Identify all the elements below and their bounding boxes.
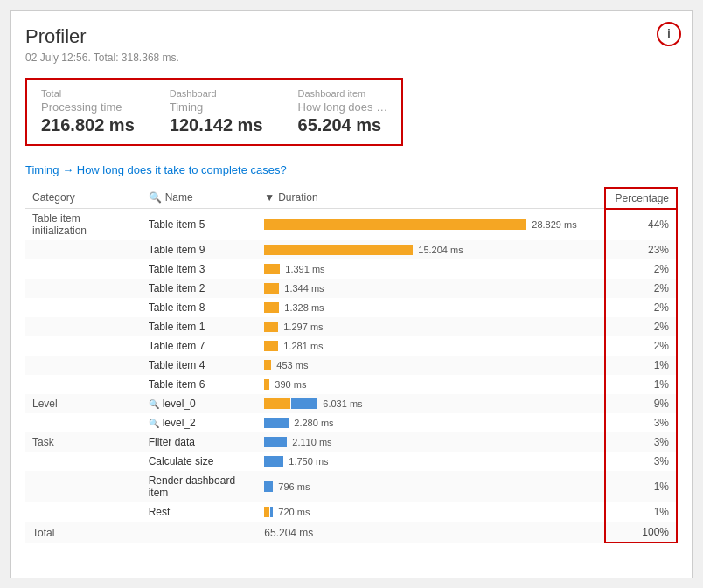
cell-category bbox=[25, 356, 142, 375]
cell-category bbox=[25, 279, 142, 298]
bar-container: 453 ms bbox=[264, 359, 597, 371]
duration-label: 15.204 ms bbox=[418, 245, 463, 255]
cell-duration: 796 ms bbox=[257, 471, 605, 502]
cell-duration: 28.829 ms bbox=[257, 209, 605, 241]
cell-category bbox=[25, 259, 142, 279]
cell-percentage: 3% bbox=[605, 413, 677, 432]
bar-blue bbox=[264, 456, 283, 467]
bar-blue bbox=[264, 481, 273, 492]
cell-category bbox=[25, 413, 142, 432]
cell-category bbox=[25, 452, 142, 471]
table-row: Table item 4453 ms1% bbox=[25, 356, 677, 375]
bar-container: 1.281 ms bbox=[264, 340, 597, 352]
cell-category bbox=[25, 375, 142, 394]
metric-total: Total Processing time 216.802 ms bbox=[41, 88, 135, 135]
cell-percentage: 9% bbox=[605, 394, 677, 413]
cell-duration: 1.750 ms bbox=[257, 452, 605, 471]
table-row: Table item 71.281 ms2% bbox=[25, 336, 677, 356]
profiler-panel: i Profiler 02 July 12:56. Total: 318.368… bbox=[10, 10, 693, 578]
duration-label: 796 ms bbox=[278, 481, 310, 492]
col-header-percentage: Percentage bbox=[605, 188, 677, 209]
bar-orange bbox=[264, 302, 279, 313]
cell-name: Table item 1 bbox=[142, 317, 258, 336]
cell-percentage: 2% bbox=[605, 298, 677, 317]
cell-duration: 1.281 ms bbox=[257, 336, 605, 356]
col-header-name: 🔍Name bbox=[142, 188, 258, 209]
bar-container: 720 ms bbox=[264, 506, 597, 518]
col-header-duration: ▼Duration bbox=[257, 188, 605, 209]
table-row: Table item 6390 ms1% bbox=[25, 375, 677, 394]
bar-container: 390 ms bbox=[264, 378, 597, 391]
bar-orange bbox=[264, 341, 278, 351]
bar-orange bbox=[264, 264, 280, 274]
duration-label: 720 ms bbox=[278, 507, 310, 517]
cell-category bbox=[25, 317, 142, 336]
table-row: Table item 31.391 ms2% bbox=[25, 259, 677, 279]
cell-duration: 6.031 ms bbox=[257, 394, 605, 413]
cell-duration: 1.297 ms bbox=[257, 317, 605, 336]
cell-percentage: 1% bbox=[605, 356, 677, 375]
profiler-table: Category 🔍Name ▼Duration Percentage Tabl… bbox=[25, 187, 678, 544]
table-row: Rest720 ms1% bbox=[25, 502, 677, 522]
search-icon: 🔍 bbox=[149, 399, 159, 409]
filter-icon: ▼ bbox=[264, 191, 275, 204]
cell-name: Table item 5 bbox=[142, 209, 258, 241]
bar-orange bbox=[264, 379, 269, 390]
cell-percentage: 2% bbox=[605, 259, 677, 279]
table-row: 🔍level_22.280 ms3% bbox=[25, 413, 677, 432]
bar-orange bbox=[264, 398, 290, 409]
duration-label: 390 ms bbox=[275, 379, 306, 390]
table-row: Level🔍level_06.031 ms9% bbox=[25, 394, 677, 413]
cell-percentage: 3% bbox=[605, 432, 677, 452]
cell-name: Table item 9 bbox=[142, 240, 258, 259]
page-title: Profiler bbox=[25, 25, 678, 48]
cell-name: Table item 7 bbox=[142, 336, 258, 356]
search-icon: 🔍 bbox=[149, 191, 162, 204]
cell-percentage: 44% bbox=[605, 209, 677, 241]
cell-name: Calculate size bbox=[142, 452, 258, 471]
bar-container: 2.110 ms bbox=[264, 436, 597, 448]
table-row: Calculate size1.750 ms3% bbox=[25, 452, 677, 471]
cell-name: 🔍level_2 bbox=[142, 413, 258, 432]
cell-name: Rest bbox=[142, 502, 258, 522]
bar-orange bbox=[264, 507, 269, 517]
search-icon: 🔍 bbox=[149, 419, 159, 428]
cell-category: Table item initialization bbox=[25, 209, 142, 241]
cell-duration: 453 ms bbox=[257, 356, 605, 375]
duration-label: 453 ms bbox=[276, 360, 308, 370]
cell-percentage: 1% bbox=[605, 375, 677, 394]
metrics-box: Total Processing time 216.802 ms Dashboa… bbox=[25, 78, 403, 146]
cell-category bbox=[25, 240, 142, 259]
info-button[interactable]: i bbox=[657, 22, 681, 46]
table-row: Table item 21.344 ms2% bbox=[25, 279, 677, 298]
bar-orange bbox=[264, 219, 526, 230]
bar-blue bbox=[264, 437, 287, 447]
cell-name: 🔍level_0 bbox=[142, 394, 258, 413]
cell-duration: 390 ms bbox=[257, 375, 605, 394]
col-header-category: Category bbox=[25, 188, 142, 209]
duration-label: 6.031 ms bbox=[323, 398, 362, 409]
bar-container: 1.750 ms bbox=[264, 455, 597, 467]
bar-container: 1.328 ms bbox=[264, 301, 597, 314]
cell-percentage: 100% bbox=[605, 522, 677, 543]
cell-percentage: 1% bbox=[605, 502, 677, 522]
bar-orange bbox=[264, 245, 413, 255]
bar-container: 796 ms bbox=[264, 481, 597, 493]
cell-category bbox=[25, 298, 142, 317]
cell-name bbox=[142, 522, 258, 543]
cell-duration: 1.328 ms bbox=[257, 298, 605, 317]
duration-label: 1.281 ms bbox=[283, 341, 323, 351]
table-row: Table item 915.204 ms23% bbox=[25, 240, 677, 259]
cell-percentage: 1% bbox=[605, 471, 677, 502]
cell-duration: 2.280 ms bbox=[257, 413, 605, 432]
cell-name: Table item 3 bbox=[142, 259, 258, 279]
duration-label: 1.328 ms bbox=[284, 302, 324, 313]
cell-duration: 1.391 ms bbox=[257, 259, 605, 279]
bar-container: 1.391 ms bbox=[264, 263, 597, 275]
bar-orange bbox=[264, 360, 271, 370]
bar-blue bbox=[291, 398, 317, 409]
duration-label: 1.344 ms bbox=[284, 283, 324, 294]
cell-percentage: 2% bbox=[605, 317, 677, 336]
cell-percentage: 2% bbox=[605, 336, 677, 356]
cell-percentage: 23% bbox=[605, 240, 677, 259]
